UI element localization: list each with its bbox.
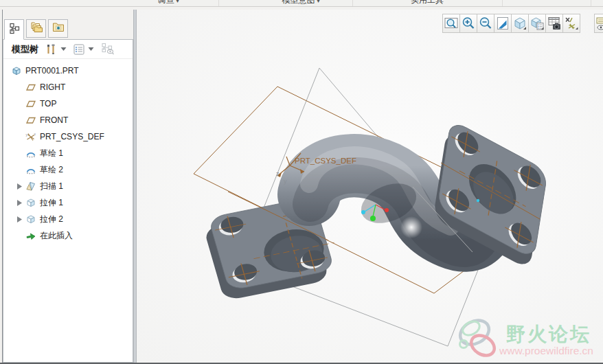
zoom-fit-button[interactable]	[442, 14, 460, 33]
tree-item-label: PRT0001.PRT	[25, 66, 79, 76]
tree-item-label: FRONT	[40, 115, 68, 125]
extrude-icon	[25, 214, 36, 225]
datum-plane-icon	[25, 82, 36, 93]
tree-settings-icon[interactable]	[72, 43, 86, 56]
ribbon-group-utilities[interactable]: 实用工具	[391, 0, 463, 6]
tree-tools-icon[interactable]	[45, 43, 58, 56]
tree-item-label: 拉伸 1	[40, 197, 63, 209]
svg-text:x: x	[34, 132, 36, 136]
tree-item-label: RIGHT	[40, 82, 65, 92]
datum-plane-icon	[25, 98, 36, 110]
tree-filter-disabled-icon	[101, 43, 115, 56]
part-icon	[10, 65, 22, 77]
tree-item-sweep-1[interactable]: 扫描 1	[3, 178, 133, 194]
view-toolbar-overflow	[595, 14, 603, 33]
tree-item-extrude-1[interactable]: 拉伸 1	[3, 194, 133, 211]
view-manager-icon	[530, 16, 545, 31]
sketch-icon	[25, 164, 36, 176]
spin-center-cyan-dot	[361, 210, 365, 214]
model-tree-panel: 模型树 PRT0001.PRT RIG	[3, 39, 133, 363]
tree-item-prt0001[interactable]: PRT0001.PRT	[3, 62, 133, 79]
tree-item-top[interactable]: TOP	[3, 95, 133, 112]
tree-item-sketch-2[interactable]: 草绘 2	[3, 161, 133, 178]
model-tree-header: 模型树	[3, 40, 133, 59]
csys-icon: yx	[25, 131, 36, 143]
chevron-down-icon: ▾	[176, 0, 179, 4]
zoom-in-icon	[461, 16, 476, 31]
navigator-panel: 模型树 PRT0001.PRT RIG	[3, 10, 133, 363]
view-toolbar	[443, 14, 580, 33]
tree-item-label: 拉伸 2	[40, 214, 63, 225]
axis-y-label: y	[284, 178, 287, 185]
ribbon-separator	[502, 0, 503, 6]
model-tree: PRT0001.PRT RIGHT TOP FRONT yx PRT_CSYS_…	[3, 59, 133, 244]
ribbon-group-investigate[interactable]: 调查▾	[137, 0, 199, 6]
watermark-url: www.proewildfire.cn	[499, 345, 593, 356]
ribbon-separator	[218, 0, 219, 6]
tree-item-label: 草绘 2	[40, 164, 63, 176]
ribbon-group-utilities-label: 实用工具	[411, 0, 444, 5]
expand-arrow-icon[interactable]	[14, 197, 25, 208]
tree-item-right[interactable]: RIGHT	[3, 79, 133, 95]
view-manager-button[interactable]	[528, 14, 546, 33]
datum-display-icon	[564, 16, 579, 31]
sweep-icon	[25, 181, 36, 192]
ribbon-group-model-intent[interactable]: 模型意图▾	[262, 0, 339, 6]
sketch-point	[477, 199, 479, 202]
zoom-in-button[interactable]	[459, 14, 477, 33]
zoom-out-icon	[478, 16, 493, 31]
display-style-button[interactable]	[511, 14, 529, 33]
chevron-down-icon: ▾	[317, 0, 319, 4]
graphics-viewport[interactable]: z y PRT_CSYS_DEF 野火论坛 www.proewildfire.c…	[137, 10, 603, 363]
annotation-display-icon	[595, 16, 603, 31]
zoom-fit-icon	[444, 16, 459, 31]
svg-text:y: y	[25, 133, 27, 137]
navigator-tabs	[3, 10, 133, 39]
tree-settings-caret-icon[interactable]	[87, 46, 94, 53]
pipe-specular-highlight	[400, 216, 422, 238]
tree-item-front[interactable]: FRONT	[3, 112, 133, 128]
creo-window: { "ribbon": { "groups": [ {"label": "调查"…	[0, 0, 603, 364]
extrude-icon	[25, 197, 36, 209]
spin-center-red-dot	[385, 208, 389, 212]
zoom-out-button[interactable]	[477, 14, 494, 33]
datum-plane-icon	[25, 115, 36, 126]
ribbon-separator	[591, 0, 591, 6]
display-style-icon	[512, 16, 527, 31]
ribbon-group-model-intent-label: 模型意图	[282, 0, 315, 5]
model-tree-icon	[8, 23, 20, 37]
tree-item-label: PRT_CSYS_DEF	[40, 132, 104, 141]
tree-item-sketch-1[interactable]: 草绘 1	[3, 145, 133, 161]
tree-item-insert-here[interactable]: 在此插入	[3, 227, 133, 244]
datum-display-button[interactable]	[562, 14, 580, 33]
folder-star-icon	[52, 21, 65, 36]
insert-here-arrow-icon	[25, 230, 36, 242]
expand-arrow-icon[interactable]	[14, 181, 25, 192]
model-tree-tab[interactable]	[4, 19, 24, 40]
tree-item-label: 草绘 1	[40, 148, 63, 159]
window-left-border	[2, 10, 3, 363]
ribbon-separator	[352, 0, 353, 6]
annotation-display-button[interactable]	[594, 14, 603, 33]
folder-stack-icon	[30, 21, 43, 36]
favorites-tab[interactable]	[48, 19, 68, 38]
saved-view-list-icon	[547, 16, 562, 31]
repaint-icon	[495, 16, 510, 31]
panel-title: 模型树	[12, 43, 38, 56]
sketch-icon	[25, 148, 36, 159]
saved-view-list-button[interactable]	[545, 14, 563, 33]
folder-browser-tab[interactable]	[26, 19, 46, 38]
tree-item-prt-csys-def[interactable]: yx PRT_CSYS_DEF	[3, 128, 133, 145]
tree-item-label: TOP	[40, 99, 56, 109]
watermark-title: 野火论坛	[506, 323, 591, 345]
expand-arrow-icon[interactable]	[14, 214, 25, 225]
repaint-button[interactable]	[494, 14, 512, 33]
tree-tools-caret-icon[interactable]	[60, 46, 67, 53]
ribbon-group-investigate-label: 调查	[157, 0, 174, 5]
axis-z-label: z	[276, 170, 280, 177]
ribbon-strip: 调查▾ 模型意图▾ 实用工具	[0, 0, 603, 7]
csys-label[interactable]: PRT_CSYS_DEF	[295, 157, 356, 165]
tree-item-extrude-2[interactable]: 拉伸 2	[3, 211, 133, 227]
spin-center-green-dot	[370, 216, 376, 221]
tree-item-label: 扫描 1	[40, 181, 63, 192]
